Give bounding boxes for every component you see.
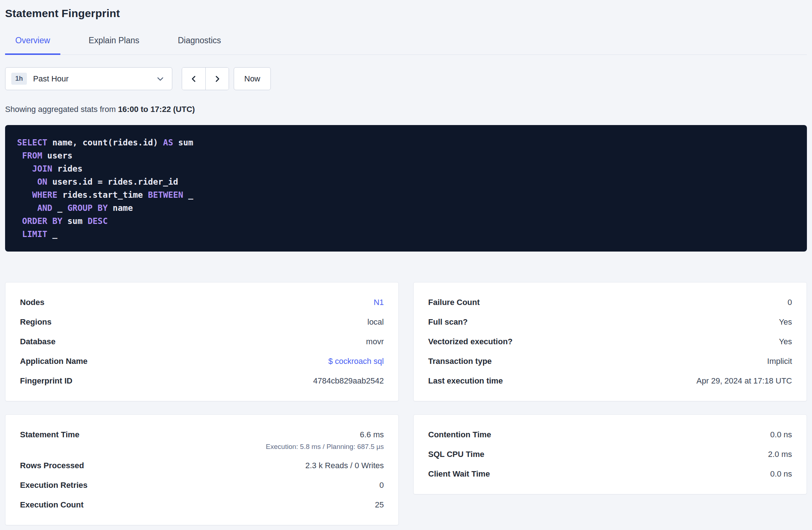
sql-line: ORDER BY sum DESC — [17, 214, 795, 228]
sql-line: AND _ GROUP BY name — [17, 201, 795, 214]
card-row: SQL CPU Time2.0 ms — [428, 445, 792, 464]
stats-line-range: 16:00 to 17:22 (UTC) — [118, 105, 195, 114]
row-value-link[interactable]: $ cockroach sql — [328, 357, 384, 366]
row-value-link[interactable]: N1 — [374, 298, 384, 307]
row-label: Execution Retries — [20, 481, 88, 490]
timing-cards-row: Statement Time6.6 msExecution: 5.8 ms / … — [5, 414, 807, 525]
timing-card-right: Contention Time0.0 nsSQL CPU Time2.0 msC… — [413, 414, 807, 494]
time-nav-button-group — [182, 67, 229, 90]
row-value-group: 6.6 msExecution: 5.8 ms / Planning: 687.… — [266, 430, 384, 451]
row-value: 4784cb829aab2542 — [313, 376, 384, 385]
card-rows: Contention Time0.0 nsSQL CPU Time2.0 msC… — [428, 425, 792, 484]
row-value: Yes — [779, 337, 792, 346]
row-label: Regions — [20, 317, 52, 327]
row-value: 2.0 ms — [768, 450, 792, 459]
row-value-group: Implicit — [767, 357, 792, 366]
card-row: Failure Count0 — [428, 293, 792, 312]
overview-card-left: NodesN1RegionslocalDatabasemovrApplicati… — [5, 282, 399, 401]
row-value-group: N1 — [374, 298, 384, 307]
tab-explain-plans[interactable]: Explain Plans — [79, 31, 149, 55]
sql-line: JOIN rides — [17, 162, 795, 175]
row-label: Database — [20, 337, 56, 346]
row-value-group: 0.0 ns — [770, 430, 792, 439]
statement-fingerprint-page: Statement Fingerprint OverviewExplain Pl… — [0, 0, 812, 525]
card-row: Execution Retries0 — [20, 475, 384, 495]
row-label: Application Name — [20, 357, 88, 366]
card-rows: NodesN1RegionslocalDatabasemovrApplicati… — [20, 293, 384, 391]
overview-card-right: Failure Count0Full scan?YesVectorized ex… — [413, 282, 807, 401]
row-value: 2.3 k Reads / 0 Writes — [305, 461, 384, 470]
row-value: 0 — [379, 481, 384, 490]
card-row: Contention Time0.0 ns — [428, 425, 792, 445]
row-value: 0.0 ns — [770, 469, 792, 478]
card-row: NodesN1 — [20, 293, 384, 312]
row-value-group: movr — [366, 337, 384, 346]
row-label: Nodes — [20, 298, 44, 307]
stats-line-prefix: Showing aggregated stats from — [5, 105, 118, 114]
row-subvalue: Execution: 5.8 ms / Planning: 687.5 µs — [266, 443, 384, 451]
row-value-group: Yes — [779, 337, 792, 346]
card-row: Vectorized execution?Yes — [428, 332, 792, 352]
card-row: Regionslocal — [20, 312, 384, 332]
time-range-badge: 1h — [11, 73, 27, 85]
row-label: Rows Processed — [20, 461, 84, 470]
row-label: Contention Time — [428, 430, 491, 439]
row-value: Implicit — [767, 357, 792, 366]
aggregated-stats-line: Showing aggregated stats from 16:00 to 1… — [5, 105, 807, 114]
card-row: Application Name$ cockroach sql — [20, 352, 384, 371]
sql-line: FROM users — [17, 149, 795, 162]
sql-line: LIMIT _ — [17, 228, 795, 241]
timing-card-left: Statement Time6.6 msExecution: 5.8 ms / … — [5, 414, 399, 525]
time-range-dropdown[interactable]: 1h Past Hour — [5, 67, 172, 90]
row-value-group: 0 — [788, 298, 792, 307]
row-value: 0.0 ns — [770, 430, 792, 439]
row-label: Failure Count — [428, 298, 480, 307]
time-controls: 1h Past Hour Now — [5, 67, 807, 90]
row-value-group: 25 — [375, 500, 384, 510]
row-label: Transaction type — [428, 357, 492, 366]
tab-overview[interactable]: Overview — [5, 31, 60, 55]
card-row: Statement Time6.6 msExecution: 5.8 ms / … — [20, 425, 384, 456]
row-value-group: 0 — [379, 481, 384, 490]
row-label: Fingerprint ID — [20, 376, 72, 386]
card-row: Transaction typeImplicit — [428, 352, 792, 371]
row-value: Apr 29, 2024 at 17:18 UTC — [696, 376, 792, 385]
row-label: Execution Count — [20, 500, 84, 510]
row-value-group: 2.3 k Reads / 0 Writes — [305, 461, 384, 470]
row-value-group: 0.0 ns — [770, 469, 792, 479]
row-label: Last execution time — [428, 376, 503, 386]
row-value-group: Apr 29, 2024 at 17:18 UTC — [696, 376, 792, 386]
summary-cards-row: NodesN1RegionslocalDatabasemovrApplicati… — [5, 282, 807, 401]
time-range-label: Past Hour — [33, 74, 156, 84]
card-row: Full scan?Yes — [428, 312, 792, 332]
card-rows: Statement Time6.6 msExecution: 5.8 ms / … — [20, 425, 384, 515]
row-value: movr — [366, 337, 384, 346]
row-label: Client Wait Time — [428, 469, 490, 479]
row-value: Yes — [779, 317, 792, 326]
row-value-group: local — [367, 317, 384, 327]
sql-line: WHERE rides.start_time BETWEEN _ — [17, 188, 795, 201]
card-row: Last execution timeApr 29, 2024 at 17:18… — [428, 371, 792, 391]
sql-statement-box: SELECT name, count(rides.id) AS sum FROM… — [5, 125, 807, 252]
card-row: Databasemovr — [20, 332, 384, 352]
chevron-left-icon — [189, 75, 198, 83]
chevron-right-icon — [213, 75, 222, 83]
row-value-group: 2.0 ms — [768, 450, 792, 459]
row-value-group: 4784cb829aab2542 — [313, 376, 384, 386]
card-row: Execution Count25 — [20, 495, 384, 515]
prev-time-button[interactable] — [182, 68, 205, 90]
row-label: Full scan? — [428, 317, 468, 327]
row-value-group: Yes — [779, 317, 792, 327]
row-label: Statement Time — [20, 430, 79, 439]
row-label: SQL CPU Time — [428, 450, 484, 459]
card-rows: Failure Count0Full scan?YesVectorized ex… — [428, 293, 792, 391]
row-value: 6.6 ms — [360, 430, 384, 439]
row-label: Vectorized execution? — [428, 337, 512, 346]
page-title: Statement Fingerprint — [5, 7, 807, 20]
now-button[interactable]: Now — [234, 67, 271, 90]
next-time-button[interactable] — [205, 68, 229, 90]
row-value-group: $ cockroach sql — [328, 357, 384, 366]
row-value: 0 — [788, 298, 792, 307]
tab-diagnostics[interactable]: Diagnostics — [168, 31, 231, 55]
row-value: 25 — [375, 500, 384, 509]
